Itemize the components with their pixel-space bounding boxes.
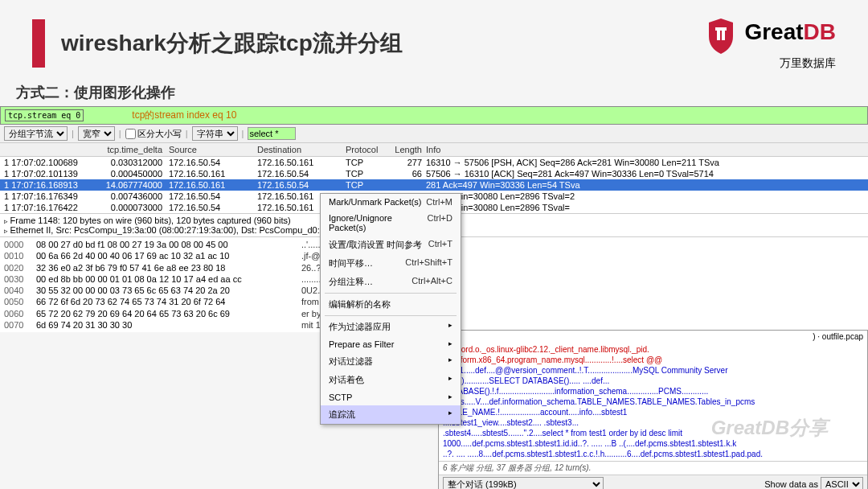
accent-bar <box>32 19 45 68</box>
ctx-comment[interactable]: 分组注释…Ctrl+Alt+C <box>321 273 461 291</box>
string-type-select[interactable]: 字符串 <box>192 126 238 141</box>
ctx-sctp[interactable]: SCTP <box>321 389 461 405</box>
svg-rect-2 <box>715 27 727 31</box>
ctx-mark[interactable]: Mark/Unmark Packet(s)Ctrl+M <box>321 194 461 210</box>
svg-rect-0 <box>717 31 720 40</box>
ctx-ignore[interactable]: Ignore/Unignore Packet(s)Ctrl+D <box>321 210 461 236</box>
follow-stream-window: ) · outfile.pcap assword.o._os.linux-gli… <box>438 330 868 489</box>
brand-logo: GreatDB 万里数据库 <box>701 16 836 71</box>
svg-rect-1 <box>722 31 725 40</box>
context-menu: Mark/Unmark Packet(s)Ctrl+M Ignore/Unign… <box>320 193 461 425</box>
ctx-convcolor[interactable]: 对话着色 <box>321 371 461 389</box>
group-bytes-select[interactable]: 分组字节流 <box>4 126 68 141</box>
ctx-asfilter[interactable]: 作为过滤器应用 <box>321 318 461 336</box>
ctx-prepfilter[interactable]: Prepare as Filter <box>321 336 461 352</box>
ctx-follow-stream[interactable]: 追踪流 <box>321 405 461 424</box>
ctx-editname[interactable]: 编辑解析的名称 <box>321 295 461 314</box>
table-row[interactable]: 1 17:07:02.1011390.000450000172.16.50.16… <box>0 168 868 179</box>
showas-select[interactable]: ASCII <box>821 477 863 489</box>
page-title: wireshark分析之跟踪tcp流并分组 <box>61 28 403 59</box>
filter-input[interactable]: tcp.stream eq 0 <box>5 109 84 121</box>
case-checkbox[interactable]: 区分大小写 <box>125 128 182 140</box>
width-select[interactable]: 宽窄 <box>78 126 115 141</box>
search-input[interactable] <box>248 127 296 140</box>
subtitle: 方式二：使用图形化操作 <box>0 79 868 106</box>
watermark: GreatDB分享 <box>711 415 828 441</box>
table-row[interactable]: 1 17:07:16.16891314.067774000172.16.50.1… <box>0 179 868 191</box>
ctx-timeref[interactable]: 设置/取消设置 时间参考Ctrl+T <box>321 236 461 254</box>
dialog-select[interactable]: 整个对话 (199kB) <box>443 477 604 489</box>
ctx-timeshift[interactable]: 时间平移…Ctrl+Shift+T <box>321 254 461 273</box>
table-row[interactable]: 1 17:07:02.1006890.030312000172.16.50.54… <box>0 157 868 168</box>
filter-annotation: tcp的stream index eq 10 <box>132 109 236 122</box>
ctx-convfilter[interactable]: 对话过滤器 <box>321 352 461 371</box>
